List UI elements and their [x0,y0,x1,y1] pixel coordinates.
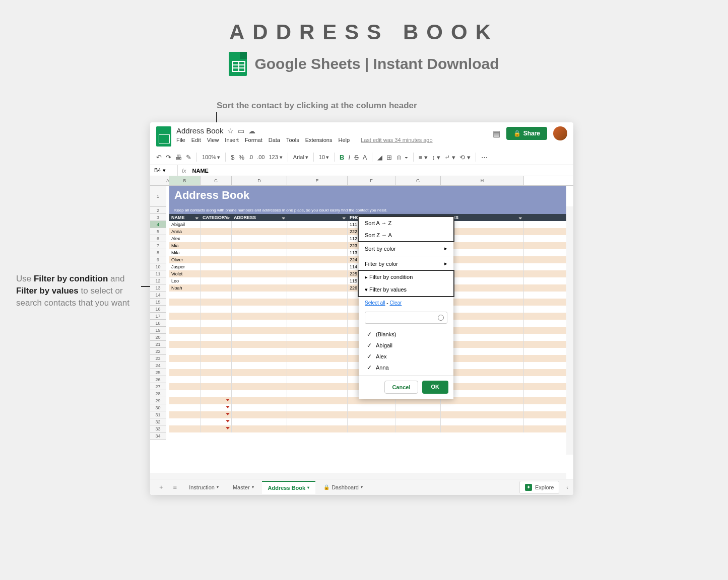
th-address2[interactable]: ⏷ [287,214,348,221]
decimal-inc-icon[interactable]: .00 [257,154,264,160]
col-header-f[interactable]: F [348,176,395,185]
halign-icon[interactable]: ≡ ▾ [419,154,428,161]
print-icon[interactable]: 🖶 [175,154,182,161]
tab-instruction[interactable]: Instruction▾ [183,481,225,493]
cell-reference[interactable]: B4 ▾ [150,165,178,176]
empty-row[interactable] [169,425,566,432]
strike-icon[interactable]: S [354,154,359,161]
sort-az-item[interactable]: Sort A → Z [359,217,453,229]
sheets-logo-icon [229,52,247,76]
menu-insert[interactable]: Insert [225,137,239,143]
title-banner: Address Book [169,186,566,207]
currency-icon[interactable]: $ [231,154,234,161]
sheets-app-icon[interactable] [156,126,171,147]
cancel-button[interactable]: Cancel [384,381,418,394]
fx-icon: fx [178,166,190,176]
clear-link[interactable]: Clear [389,300,402,306]
filter-value-list: (Blanks)AbigailAlexAnna [359,327,453,375]
th-category[interactable]: CATEGORY⏷ [201,214,232,221]
menu-file[interactable]: File [176,137,185,143]
empty-row[interactable] [169,411,566,418]
more-icon[interactable]: ⋯ [481,154,488,161]
sort-color-item[interactable]: Sort by color▸ [359,242,453,255]
last-edit-link[interactable]: Last edit was 34 minutes ago [361,137,432,143]
hint-sort: Sort the contact by clicking at the colu… [217,101,417,111]
textcolor-icon[interactable]: A [363,154,367,161]
paint-icon[interactable]: ✎ [186,154,191,161]
menu-view[interactable]: View [207,137,219,143]
lock-icon: 🔒 [323,484,329,490]
valign-icon[interactable]: ↕ ▾ [432,154,440,161]
filter-value-item[interactable]: Abigail [359,340,453,351]
menu-data[interactable]: Data [269,137,280,143]
document-title[interactable]: Address Book [176,126,223,135]
italic-icon[interactable]: I [349,154,351,161]
decimal-dec-icon[interactable]: .0 [248,154,253,160]
menu-help[interactable]: Help [338,137,350,143]
filter-value-item[interactable]: (Blanks) [359,329,453,340]
row-numbers: 1234567891011121314151617181920212223242… [150,186,166,440]
column-headers: A B C D E F G H [150,176,573,186]
filter-values-item[interactable]: ▾ Filter by values [359,283,453,296]
empty-row[interactable] [169,418,566,425]
borders-icon[interactable]: ⊞ [386,154,392,161]
menu-edit[interactable]: Edit [191,137,201,143]
banner-title: Address Book [174,189,561,202]
col-header-e[interactable]: E [287,176,348,185]
explore-icon: ✦ [525,484,532,491]
filter-links: Select all - Clear [359,297,453,309]
col-header-h[interactable]: H [441,176,524,185]
format-more[interactable]: 123 ▾ [269,154,282,161]
comments-icon[interactable]: ▤ [493,129,500,138]
redo-icon[interactable]: ↷ [166,154,171,161]
wrap-icon[interactable]: ⤶ ▾ [444,154,455,161]
formula-value[interactable]: NAME [190,166,211,176]
select-all-link[interactable]: Select all [365,300,385,306]
app-header: Address Book ☆ ▭ ☁ File Edit View Insert… [150,122,573,147]
tab-address-book[interactable]: Address Book▾ [262,481,316,494]
user-avatar[interactable] [553,126,567,140]
horizontal-scrollbar[interactable] [150,473,566,479]
filter-color-item[interactable]: Filter by color▸ [359,257,453,270]
tab-master[interactable]: Master▾ [227,481,260,493]
fontsize-select[interactable]: 10 ▾ [319,154,329,161]
share-button[interactable]: 🔒Share [506,127,547,140]
th-address[interactable]: ADDRESS⏷ [232,214,287,221]
filter-search-input[interactable] [365,312,447,324]
star-icon[interactable]: ☆ [227,127,234,135]
page-title: ADDRESS BOOK [0,20,728,44]
explore-button[interactable]: ✦Explore [519,481,559,494]
col-header-d[interactable]: D [232,176,287,185]
col-header-c[interactable]: C [201,176,232,185]
empty-row[interactable] [169,404,566,411]
col-header-b[interactable]: B [169,176,201,185]
move-icon[interactable]: ▭ [238,127,244,135]
th-name[interactable]: NAME⏷ [169,214,201,221]
sidebar-toggle[interactable]: ‹ [566,484,568,490]
menu-format[interactable]: Format [245,137,262,143]
filter-value-item[interactable]: Anna [359,362,453,373]
subtitle-text: Google Sheets | Instant Download [254,55,499,72]
filter-value-item[interactable]: Alex [359,351,453,362]
rotate-icon[interactable]: ⟲ ▾ [459,154,471,161]
menu-tools[interactable]: Tools [286,137,299,143]
google-sheets-app: Address Book ☆ ▭ ☁ File Edit View Insert… [150,122,573,495]
ok-button[interactable]: OK [422,381,449,394]
percent-icon[interactable]: % [238,154,244,161]
merge-icon[interactable]: ⫙ ▾ [396,154,408,161]
undo-icon[interactable]: ↶ [156,154,162,161]
filter-condition-item[interactable]: ▸ Filter by condition [359,271,453,283]
bold-icon[interactable]: B [340,154,344,161]
select-all-corner[interactable] [150,176,166,185]
vertical-scrollbar[interactable] [566,206,573,455]
zoom-select[interactable]: 100% ▾ [202,154,220,161]
menu-extensions[interactable]: Extensions [305,137,333,143]
col-header-g[interactable]: G [395,176,441,185]
tab-dashboard[interactable]: 🔒Dashboard▾ [317,481,369,493]
font-select[interactable]: Arial ▾ [293,154,308,161]
all-sheets-button[interactable]: ≡ [169,480,181,494]
add-sheet-button[interactable]: + [155,480,167,494]
fillcolor-icon[interactable]: ◢ [377,154,382,161]
cloud-icon[interactable]: ☁ [248,127,255,135]
sort-za-item[interactable]: Sort Z → A [359,229,453,241]
